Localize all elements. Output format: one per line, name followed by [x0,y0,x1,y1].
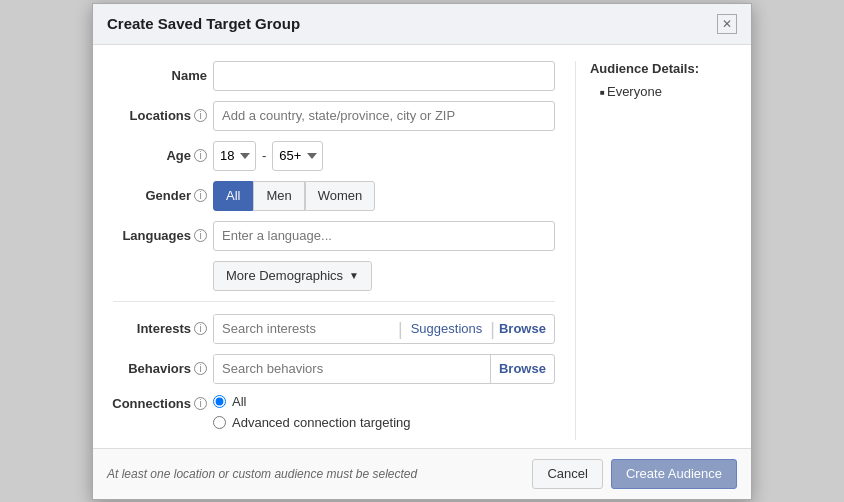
age-row: Age i 18 21 25 - 65+ 55 45 [113,141,555,171]
cancel-button[interactable]: Cancel [532,459,602,489]
dialog-header: Create Saved Target Group ✕ [93,4,751,45]
languages-label: Languages [122,228,191,243]
behaviors-browse-link[interactable]: Browse [490,355,554,383]
audience-list: Everyone [590,84,737,99]
gender-all-button[interactable]: All [213,181,253,211]
interests-input[interactable] [214,315,398,343]
name-label-container: Name [113,68,213,83]
languages-info-icon[interactable]: i [194,229,207,242]
age-min-select[interactable]: 18 21 25 [213,141,256,171]
behaviors-input[interactable] [214,355,490,383]
gender-label: Gender [145,188,191,203]
connections-options: All Advanced connection targeting [213,394,411,430]
languages-label-container: Languages i [113,228,213,243]
age-max-select[interactable]: 65+ 55 45 [272,141,323,171]
create-audience-button[interactable]: Create Audience [611,459,737,489]
languages-input[interactable] [213,221,555,251]
dialog-title: Create Saved Target Group [107,15,300,32]
interests-suggestions-link[interactable]: Suggestions [403,321,491,336]
gender-row: Gender i All Men Women [113,181,555,211]
name-label: Name [172,68,207,83]
connections-label: Connections [112,396,191,411]
name-input[interactable] [213,61,555,91]
interests-info-icon[interactable]: i [194,322,207,335]
connections-info-icon[interactable]: i [194,397,207,410]
separator [113,301,555,310]
locations-info-icon[interactable]: i [194,109,207,122]
connections-row: Connections i All Advanced connection ta… [113,394,555,430]
behaviors-control: Browse [213,354,555,384]
interests-row: Interests i | Suggestions | Browse [113,314,555,344]
behaviors-info-icon[interactable]: i [194,362,207,375]
age-label-container: Age i [113,148,213,163]
create-saved-target-dialog: Create Saved Target Group ✕ Name Locatio… [92,3,752,500]
languages-row: Languages i [113,221,555,251]
name-row: Name [113,61,555,91]
gender-label-container: Gender i [113,188,213,203]
age-controls: 18 21 25 - 65+ 55 45 [213,141,323,171]
connections-advanced-row: Advanced connection targeting [213,415,411,430]
locations-label: Locations [130,108,191,123]
interests-browse-link[interactable]: Browse [495,321,554,336]
gender-info-icon[interactable]: i [194,189,207,202]
more-demographics-row: More Demographics [113,261,555,291]
gender-group: All Men Women [213,181,375,211]
age-dash: - [262,148,266,163]
interests-label-container: Interests i [113,321,213,336]
connections-label-container: Connections i [113,394,213,411]
connections-all-row: All [213,394,411,409]
close-button[interactable]: ✕ [717,14,737,34]
connections-advanced-label: Advanced connection targeting [232,415,411,430]
connections-advanced-radio[interactable] [213,416,226,429]
locations-row: Locations i [113,101,555,131]
connections-all-radio[interactable] [213,395,226,408]
behaviors-row: Behaviors i Browse [113,354,555,384]
audience-title: Audience Details: [590,61,737,76]
locations-label-container: Locations i [113,108,213,123]
more-demographics-button[interactable]: More Demographics [213,261,372,291]
age-label: Age [166,148,191,163]
interests-label: Interests [137,321,191,336]
behaviors-label: Behaviors [128,361,191,376]
interests-control: | Suggestions | Browse [213,314,555,344]
age-info-icon[interactable]: i [194,149,207,162]
behaviors-label-container: Behaviors i [113,361,213,376]
audience-section: Audience Details: Everyone [576,61,751,440]
more-demographics-label: More Demographics [226,268,343,283]
locations-input[interactable] [213,101,555,131]
form-section: Name Locations i Age i [93,61,576,440]
dialog-body: Name Locations i Age i [93,45,751,448]
gender-women-button[interactable]: Women [305,181,376,211]
audience-item: Everyone [600,84,737,99]
dialog-footer: At least one location or custom audience… [93,448,751,499]
footer-buttons: Cancel Create Audience [532,459,737,489]
gender-men-button[interactable]: Men [253,181,304,211]
connections-all-label: All [232,394,246,409]
footer-message: At least one location or custom audience… [107,467,417,481]
